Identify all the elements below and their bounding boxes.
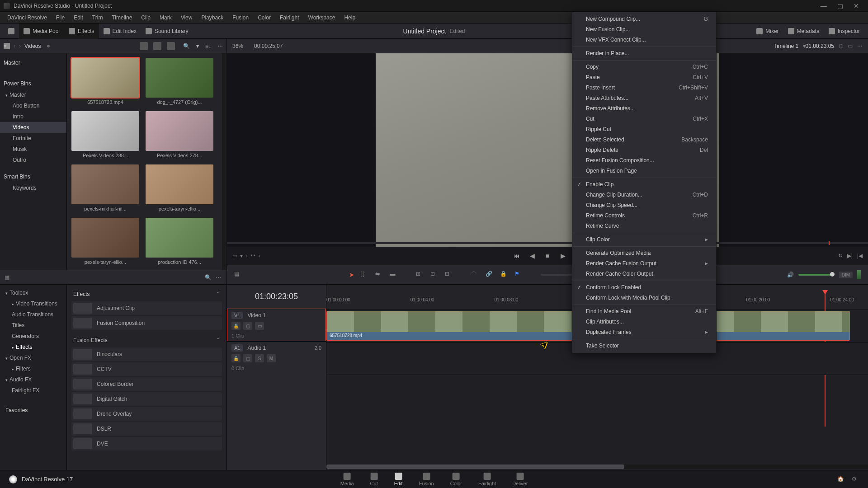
blade-tool-icon[interactable]: ▬ <box>390 271 398 279</box>
menu-item-paste-insert[interactable]: Paste InsertCtrl+Shift+V <box>572 83 716 93</box>
effect-entry[interactable]: DSLR <box>71 422 222 436</box>
flag-icon[interactable]: ⚑ <box>514 271 523 279</box>
audio-mute-icon[interactable]: M <box>267 354 276 362</box>
page-edit[interactable]: Edit <box>394 473 403 486</box>
panel-layout-icon[interactable]: ▦ <box>5 274 11 281</box>
menu-item-render-cache-color-output[interactable]: Render Cache Color Output <box>572 269 716 279</box>
fx-favorites[interactable]: Favorites <box>0 405 66 416</box>
fx-list-header-fusion[interactable]: Fusion Effects⌃ <box>71 334 222 346</box>
meter-icon[interactable] <box>857 270 861 279</box>
close-button[interactable]: ✕ <box>848 0 864 12</box>
menu-item-new-fusion-clip[interactable]: New Fusion Clip... <box>572 24 716 35</box>
sound-library-button[interactable]: Sound Library <box>141 23 193 39</box>
tree-power-bins[interactable]: Power Bins <box>0 78 66 89</box>
fx-generators[interactable]: Generators <box>0 331 66 342</box>
tree-videos[interactable]: Videos <box>0 122 66 133</box>
page-deliver[interactable]: Deliver <box>512 473 528 486</box>
position-lock-icon[interactable]: 🔒 <box>500 271 508 279</box>
volume-icon[interactable]: 🔊 <box>787 272 794 278</box>
media-clip[interactable]: Pexels Videos 288... <box>71 111 139 158</box>
menu-item-ripple-cut[interactable]: Ripple Cut <box>572 124 716 135</box>
effect-entry[interactable]: Digital Glitch <box>71 392 222 406</box>
tree-outro[interactable]: Outro <box>0 155 66 165</box>
effects-search-icon[interactable]: 🔍 <box>205 274 211 281</box>
menu-item-open-in-fusion-page[interactable]: Open in Fusion Page <box>572 166 716 176</box>
nav-next-icon[interactable]: › <box>19 43 21 49</box>
effect-entry[interactable]: CCTV <box>71 362 222 376</box>
single-viewer-icon[interactable]: ▭ <box>848 43 853 49</box>
link-icon[interactable]: 🔗 <box>486 271 494 279</box>
strip-view-button[interactable] <box>153 42 161 50</box>
effect-entry[interactable]: Fusion Composition <box>71 316 222 330</box>
fx-toolbox[interactable]: Toolbox <box>0 287 66 298</box>
overwrite-clip-icon[interactable]: ⊡ <box>430 271 439 279</box>
match-frame-icon[interactable]: ▭ <box>232 253 237 259</box>
replace-clip-icon[interactable]: ⊟ <box>445 271 453 279</box>
audio-track-header[interactable]: A1Audio 1 2.0 🔒 ▢ S M 0 Clip <box>227 341 326 374</box>
media-clip[interactable]: pexels-mikhail-nil... <box>71 164 139 211</box>
timeline-scrollbar[interactable] <box>326 465 868 469</box>
effect-entry[interactable]: Drone Overlay <box>71 407 222 421</box>
media-clip[interactable]: 657518728.mp4 <box>71 58 139 105</box>
effects-button[interactable]: Effects <box>64 23 99 39</box>
tree-intro[interactable]: Intro <box>0 111 66 122</box>
effects-options-icon[interactable]: ⋯ <box>216 274 222 281</box>
effect-entry[interactable]: Colored Border <box>71 377 222 391</box>
metadata-button[interactable]: Metadata <box>783 23 824 39</box>
media-clip[interactable]: dog_-_4727 (Orig)... <box>146 58 213 105</box>
track-lock-icon[interactable]: 🔒 <box>231 322 241 330</box>
menu-item-enable-clip[interactable]: Enable Clip <box>572 179 716 190</box>
settings-icon[interactable]: ⚙ <box>852 476 859 483</box>
page-cut[interactable]: Cut <box>370 473 378 486</box>
menu-item-clip-attributes[interactable]: Clip Attributes... <box>572 317 716 327</box>
audio-auto-icon[interactable]: ▢ <box>243 354 252 362</box>
viewer-scrubber[interactable] <box>227 242 868 244</box>
goto-out-button[interactable]: |◀ <box>857 253 863 259</box>
menu-item-cut[interactable]: CutCtrl+X <box>572 114 716 124</box>
fx-openfx[interactable]: Open FX <box>0 352 66 363</box>
edit-index-button[interactable]: Edit Index <box>99 23 141 39</box>
menu-item-copy[interactable]: CopyCtrl+C <box>572 62 716 72</box>
home-icon[interactable]: 🏠 <box>837 476 844 483</box>
menu-item-render-in-place[interactable]: Render in Place... <box>572 48 716 59</box>
menu-item-delete-selected[interactable]: Delete SelectedBackspace <box>572 135 716 145</box>
prev-frame-button[interactable]: ◀ <box>528 251 537 260</box>
menu-item-paste[interactable]: PasteCtrl+V <box>572 72 716 83</box>
selection-tool-icon[interactable]: ➤ <box>349 271 354 278</box>
menu-item-generate-optimized-media[interactable]: Generate Optimized Media <box>572 248 716 258</box>
first-frame-button[interactable]: ⏮ <box>512 251 521 260</box>
minimize-button[interactable]: — <box>816 0 832 12</box>
menu-fairlight[interactable]: Fairlight <box>275 12 304 23</box>
search-icon[interactable]: 🔍 <box>183 43 190 49</box>
tree-smart-bins[interactable]: Smart Bins <box>0 171 66 183</box>
menu-clip[interactable]: Clip <box>137 12 155 23</box>
page-fusion[interactable]: Fusion <box>419 473 434 486</box>
tree-master[interactable]: Master <box>0 89 66 100</box>
audio-lock-icon[interactable]: 🔒 <box>231 354 241 362</box>
menu-item-take-selector[interactable]: Take Selector <box>572 341 716 351</box>
menu-fusion[interactable]: Fusion <box>228 12 253 23</box>
menu-item-new-vfx-connect-clip[interactable]: New VFX Connect Clip... <box>572 35 716 45</box>
media-clip[interactable]: production ID 476... <box>146 218 213 265</box>
program-viewer[interactable] <box>227 53 868 247</box>
audio-solo-icon[interactable]: S <box>255 354 264 362</box>
menu-mark[interactable]: Mark <box>155 12 176 23</box>
media-clip[interactable]: pexels-taryn-ellio... <box>71 218 139 265</box>
sort-dropdown-icon[interactable]: ▾ <box>196 43 199 49</box>
menu-item-duplicated-frames[interactable]: Duplicated Frames▶ <box>572 327 716 338</box>
dynamic-trim-icon[interactable]: ⇋ <box>375 271 383 279</box>
menu-edit[interactable]: Edit <box>69 12 88 23</box>
menu-item-remove-attributes[interactable]: Remove Attributes... <box>572 103 716 114</box>
menu-help[interactable]: Help <box>340 12 360 23</box>
panel-toggle-icon[interactable] <box>4 23 19 39</box>
menu-item-change-clip-speed[interactable]: Change Clip Speed... <box>572 200 716 211</box>
tree-musik[interactable]: Musik <box>0 144 66 155</box>
maximize-button[interactable]: ▢ <box>832 0 848 12</box>
fx-filters[interactable]: Filters <box>0 363 66 374</box>
thumbnail-view-button[interactable] <box>140 42 148 50</box>
volume-slider[interactable] <box>798 274 835 276</box>
timeline-view-icon[interactable]: ▤ <box>234 271 242 279</box>
list-view-button[interactable] <box>167 42 175 50</box>
page-fairlight[interactable]: Fairlight <box>478 473 496 486</box>
fx-video-transitions[interactable]: Video Transitions <box>0 298 66 309</box>
